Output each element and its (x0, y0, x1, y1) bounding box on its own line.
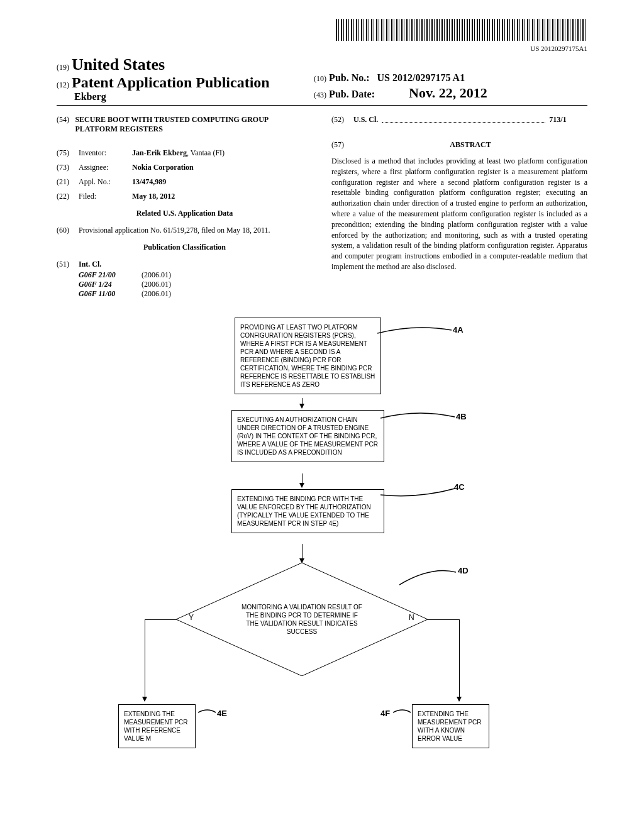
line-n-h (428, 619, 459, 620)
pubtype-text: Patent Application Publication (72, 74, 270, 91)
leader-4e (198, 707, 217, 719)
barcode-area: US 20120297175A1 (57, 19, 587, 52)
pubno-value: US 2012/0297175 A1 (377, 72, 465, 83)
label-no: N (409, 613, 414, 622)
filed-value: May 18, 2012 (132, 192, 175, 201)
header-right: (10) Pub. No.: US 2012/0297175 A1 (43) P… (314, 72, 579, 102)
country-name: United States (72, 55, 165, 74)
assignee-label: Assignee: (79, 163, 132, 172)
left-column: (54) SECURE BOOT WITH TRUSTED COMPUTING … (57, 115, 313, 299)
flow-box-4f: EXTENDING THE MEASUREMENT PCR WITH A KNO… (412, 704, 489, 748)
flow-label-4b: 4B (456, 412, 467, 421)
intcl-num: (51) (57, 260, 79, 269)
intcl-year-0: (2006.01) (142, 270, 171, 279)
title-num: (54) (57, 115, 75, 143)
filed-label: Filed: (79, 192, 132, 201)
provisional-text: Provisional application No. 61/519,278, … (79, 226, 313, 235)
flow-box-4b: EXECUTING AN AUTHORIZATION CHAIN UNDER D… (231, 410, 384, 462)
intcl-code-2: G06F 11/00 (79, 289, 142, 299)
leader-4f (393, 707, 412, 719)
author-name: Ekberg (74, 91, 311, 102)
intcl-code-0: G06F 21/00 (79, 270, 142, 280)
pubno-label: Pub. No.: (329, 72, 369, 83)
flowchart-diagram: PROVIDING AT LEAST TWO PLATFORM CONFIGUR… (57, 318, 587, 770)
inventor-num: (75) (57, 148, 79, 158)
pubno-num: (10) (314, 74, 326, 83)
flow-label-4a: 4A (453, 325, 464, 335)
pubdate-num: (43) (314, 91, 326, 99)
arrow-y (145, 698, 145, 701)
header-section: (19) United States (12) Patent Applicati… (57, 55, 587, 106)
right-column: (52) U.S. Cl. 713/1 (57) ABSTRACT Disclo… (331, 115, 587, 299)
leader-4c (380, 487, 456, 499)
biblio-columns: (54) SECURE BOOT WITH TRUSTED COMPUTING … (57, 115, 587, 299)
intcl-year-1: (2006.01) (142, 280, 171, 289)
label-yes: Y (189, 613, 194, 622)
intcl-year-2: (2006.01) (142, 289, 171, 298)
related-header: Related U.S. Application Data (57, 209, 313, 218)
classification-header: Publication Classification (57, 243, 313, 252)
uscl-label: U.S. Cl. (353, 115, 378, 124)
pubdate-value: Nov. 22, 2012 (409, 85, 487, 101)
applno-label: Appl. No.: (79, 177, 132, 187)
inventor-label: Inventor: (79, 148, 132, 158)
abstract-text: Disclosed is a method that includes prov… (331, 156, 587, 272)
line-y-v (145, 619, 145, 698)
uscl-value: 713/1 (549, 115, 566, 124)
intcl-label: Int. Cl. (79, 260, 101, 269)
intcl-code-1: G06F 1/24 (79, 280, 142, 289)
uscl-dots (382, 118, 545, 123)
flow-box-4a: PROVIDING AT LEAST TWO PLATFORM CONFIGUR… (235, 318, 381, 394)
abstract-header: ABSTRACT (353, 140, 587, 150)
flow-box-4e: EXTENDING THE MEASUREMENT PCR WITH REFER… (118, 704, 196, 748)
inventor-name: Jan-Erik Ekberg (132, 148, 187, 157)
flow-box-4c: EXTENDING THE BINDING PCR WITH THE VALUE… (231, 489, 384, 533)
flow-label-4e: 4E (217, 709, 227, 718)
provisional-num: (60) (57, 226, 79, 235)
uscl-num: (52) (331, 115, 353, 124)
line-y-h (145, 619, 176, 620)
assignee-value: Nokia Corporation (132, 163, 194, 172)
header-left: (19) United States (12) Patent Applicati… (57, 55, 311, 102)
arrow-4a-4b (302, 398, 303, 408)
leader-4a (377, 327, 453, 340)
flow-label-4f: 4F (380, 709, 390, 718)
flow-diamond-4d: MONITORING A VALIDATION RESULT OF THE BI… (176, 563, 428, 676)
line-n-v (459, 619, 460, 698)
arrow-4c-4d (302, 544, 303, 563)
filed-num: (22) (57, 192, 79, 201)
flow-label-4d: 4D (458, 566, 469, 575)
leader-4d (399, 569, 459, 588)
patent-page: US 20120297175A1 (19) United States (12)… (0, 0, 644, 789)
pubdate-label: Pub. Date: (329, 89, 375, 99)
barcode-image (336, 19, 587, 41)
applno-value: 13/474,989 (132, 177, 166, 187)
arrow-n (459, 698, 460, 701)
pubtype-num: (12) (57, 80, 69, 89)
country-num: (19) (57, 63, 69, 72)
applno-num: (21) (57, 177, 79, 187)
arrow-4b-4c (302, 473, 303, 487)
assignee-num: (73) (57, 163, 79, 172)
diamond-text: MONITORING A VALIDATION RESULT OF THE BI… (239, 603, 365, 636)
inventor-location: , Vantaa (FI) (187, 148, 225, 157)
abstract-num: (57) (331, 140, 353, 156)
invention-title: SECURE BOOT WITH TRUSTED COMPUTING GROUP… (75, 115, 313, 134)
leader-4b (380, 412, 456, 424)
barcode-text: US 20120297175A1 (57, 45, 587, 52)
